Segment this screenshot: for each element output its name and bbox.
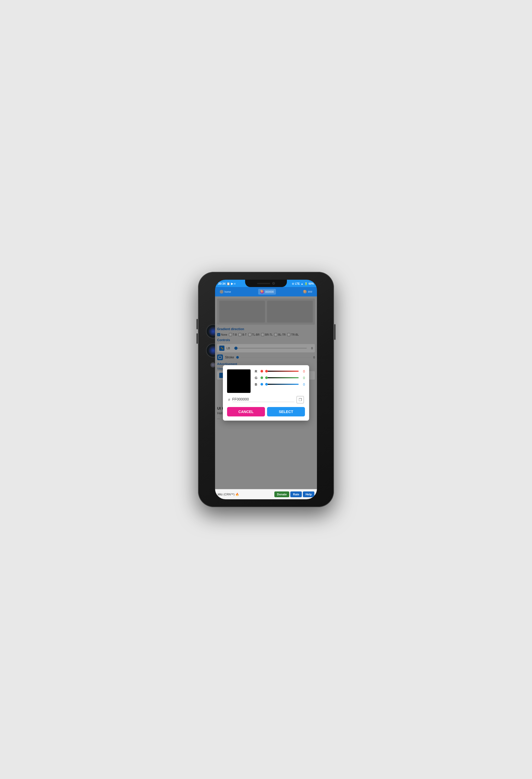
notification-icons: 📋 ▶ ≡ [226,282,236,286]
network-icon: ⊙ [292,282,294,285]
dialog-buttons: CANCEL SELECT [227,407,305,416]
author-text: Milz (CRN™) 🔥 [218,493,239,496]
tab-bar: home 🎨 000000 🎨 ### [215,287,317,296]
status-time: 20:34 [218,282,225,285]
hex-value[interactable]: FF000000 [232,397,294,402]
dialog-top: R 0 G [227,369,305,393]
g-thumb [265,376,268,379]
r-thumb [265,370,268,372]
phone-device: 20:34 📋 ▶ ≡ ⊙ LTE ▲ 🔋 60% home 🎨 000000 [198,272,334,507]
bottom-buttons: Donate Rate Help [274,491,314,497]
hex-hash: # [228,398,230,402]
tab-home-label: home [224,290,231,293]
tab-color[interactable]: 🎨 000000 [258,289,276,295]
tab-color-label: 000000 [265,290,274,293]
tab-home-icon [220,290,223,294]
tab-color1-label: ### [308,290,312,293]
rgb-sliders: R 0 G [255,369,305,393]
b-dot [261,383,263,385]
signal-icon: ▲ [301,282,304,285]
g-value: 0 [301,376,305,380]
r-dot [261,370,263,372]
notch-camera [272,282,275,285]
r-value: 0 [301,369,305,373]
tab-home[interactable]: home [218,289,233,295]
help-button[interactable]: Help [303,491,314,497]
rgb-row-green: G 0 [255,376,305,380]
bottom-bar: Milz (CRN™) 🔥 Donate Rate Help [215,489,317,499]
battery-label: 60% [309,282,314,285]
volume-down-button[interactable] [197,333,198,344]
screen-content: Gradient direction None T-B B-T [215,296,317,499]
battery-icon: 🔋 [305,282,308,285]
donate-button[interactable]: Donate [274,491,289,497]
notch-speaker [257,283,270,284]
rgb-row-red: R 0 [255,369,305,373]
power-button[interactable] [334,324,335,340]
notch [245,280,287,287]
color-picker-overlay: R 0 G [215,296,317,489]
copy-button[interactable]: ❐ [296,396,304,403]
cancel-button[interactable]: CANCEL [227,407,265,416]
tab-color1-icon: 🎨 [303,290,307,294]
phone-screen: 20:34 📋 ▶ ≡ ⊙ LTE ▲ 🔋 60% home 🎨 000000 [215,280,317,499]
select-button[interactable]: SELECT [267,407,305,416]
hex-row: # FF000000 ❐ [227,396,305,403]
camera-flash [210,362,215,367]
color-preview-box [227,369,251,393]
copy-icon-symbol: ❐ [298,398,302,402]
tab-color-icon: 🎨 [260,290,264,294]
tab-color1[interactable]: 🎨 ### [301,289,314,295]
r-label: R [255,369,258,373]
volume-up-button[interactable] [197,319,198,329]
rate-button[interactable]: Rate [290,491,302,497]
g-dot [261,376,263,379]
g-track[interactable] [265,377,298,378]
b-track[interactable] [265,384,298,385]
g-label: G [255,376,258,380]
rgb-row-blue: B 0 [255,382,305,386]
color-picker-dialog: R 0 G [223,365,309,421]
b-label: B [255,382,258,386]
b-value: 0 [301,382,305,386]
r-track[interactable] [265,371,298,372]
b-thumb [265,383,268,385]
network-label: LTE [295,282,300,285]
